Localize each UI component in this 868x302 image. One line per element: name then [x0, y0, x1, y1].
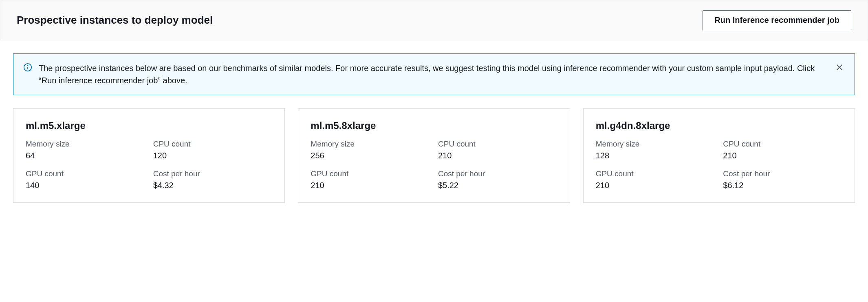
spec-value: $5.22 — [438, 181, 557, 190]
info-icon — [23, 62, 32, 73]
spec-label: Memory size — [311, 140, 430, 149]
spec-label: Cost per hour — [438, 169, 557, 178]
spec-value: 210 — [311, 181, 430, 190]
spec-cpu-count: CPU count 210 — [438, 140, 557, 160]
instance-name: ml.g4dn.8xlarge — [596, 120, 842, 131]
spec-value: 210 — [723, 151, 842, 160]
spec-gpu-count: GPU count 210 — [311, 169, 430, 190]
spec-label: Cost per hour — [723, 169, 842, 178]
spec-cpu-count: CPU count 120 — [153, 140, 273, 160]
spec-label: Memory size — [26, 140, 145, 149]
instance-card: ml.g4dn.8xlarge Memory size 128 CPU coun… — [583, 108, 855, 203]
spec-label: GPU count — [26, 169, 145, 178]
spec-label: Memory size — [596, 140, 715, 149]
close-alert-button[interactable] — [834, 62, 845, 74]
spec-value: 140 — [26, 181, 145, 190]
spec-label: CPU count — [153, 140, 273, 149]
spec-value: 120 — [153, 151, 273, 160]
instance-name: ml.m5.8xlarge — [311, 120, 557, 131]
spec-memory-size: Memory size 128 — [596, 140, 715, 160]
spec-value: 210 — [438, 151, 557, 160]
spec-cpu-count: CPU count 210 — [723, 140, 842, 160]
spec-label: GPU count — [596, 169, 715, 178]
spec-value: $4.32 — [153, 181, 273, 190]
run-inference-recommender-button[interactable]: Run Inference recommender job — [703, 10, 851, 30]
spec-label: CPU count — [723, 140, 842, 149]
instance-card: ml.m5.8xlarge Memory size 256 CPU count … — [298, 108, 570, 203]
page-title: Prospective instances to deploy model — [17, 14, 213, 27]
spec-label: GPU count — [311, 169, 430, 178]
info-alert-text: The prospective instances below are base… — [39, 62, 828, 87]
header-bar: Prospective instances to deploy model Ru… — [0, 0, 868, 40]
svg-point-2 — [27, 65, 28, 66]
spec-label: CPU count — [438, 140, 557, 149]
spec-cost-per-hour: Cost per hour $4.32 — [153, 169, 273, 190]
instance-name: ml.m5.xlarge — [26, 120, 272, 131]
instance-card: ml.m5.xlarge Memory size 64 CPU count 12… — [13, 108, 285, 203]
spec-memory-size: Memory size 64 — [26, 140, 145, 160]
spec-value: $6.12 — [723, 181, 842, 190]
spec-memory-size: Memory size 256 — [311, 140, 430, 160]
instance-cards-row: ml.m5.xlarge Memory size 64 CPU count 12… — [13, 108, 855, 203]
spec-value: 128 — [596, 151, 715, 160]
info-alert: The prospective instances below are base… — [13, 53, 855, 95]
spec-value: 256 — [311, 151, 430, 160]
spec-cost-per-hour: Cost per hour $6.12 — [723, 169, 842, 190]
spec-value: 64 — [26, 151, 145, 160]
spec-gpu-count: GPU count 140 — [26, 169, 145, 190]
content-area: The prospective instances below are base… — [0, 40, 868, 219]
spec-cost-per-hour: Cost per hour $5.22 — [438, 169, 557, 190]
close-icon — [835, 67, 844, 73]
spec-value: 210 — [596, 181, 715, 190]
spec-label: Cost per hour — [153, 169, 273, 178]
spec-gpu-count: GPU count 210 — [596, 169, 715, 190]
